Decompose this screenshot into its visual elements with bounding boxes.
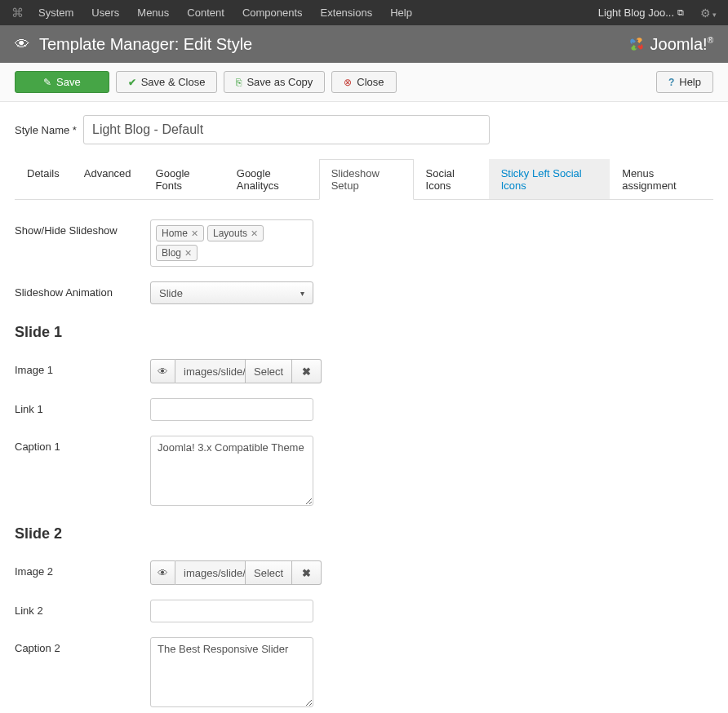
link-input-1[interactable] bbox=[150, 398, 313, 421]
image-label: Image 2 bbox=[15, 560, 150, 578]
style-name-input[interactable] bbox=[83, 115, 490, 144]
settings-gear-icon[interactable]: ⚙▾ bbox=[700, 7, 717, 20]
tab-advanced[interactable]: Advanced bbox=[72, 159, 144, 199]
style-name-label: Style Name * bbox=[15, 124, 83, 136]
media-field-2: 👁 images/slide/sli Select ✖ bbox=[150, 560, 322, 585]
tab-sticky-left-social-icons[interactable]: Sticky Left Social Icons bbox=[489, 159, 610, 199]
link-row-1: Link 1 bbox=[15, 398, 713, 421]
save-close-button[interactable]: ✔ Save & Close bbox=[116, 71, 218, 93]
eye-icon: 👁 bbox=[158, 365, 168, 378]
external-link-icon: ⧉ bbox=[677, 7, 684, 18]
animation-label: Slideshow Animation bbox=[15, 281, 150, 299]
tag-home[interactable]: Home✕ bbox=[156, 225, 204, 241]
preview-button[interactable]: 👁 bbox=[150, 359, 175, 383]
preview-button[interactable]: 👁 bbox=[150, 560, 175, 585]
link-row-2: Link 2 bbox=[15, 600, 713, 622]
image-row-1: Image 1 👁 images/slide/sli Select ✖ bbox=[15, 359, 713, 383]
menu-menus[interactable]: Menus bbox=[137, 7, 169, 19]
animation-row: Slideshow Animation Slide ▾ bbox=[15, 281, 713, 304]
save-copy-button[interactable]: ⎘ Save as Copy bbox=[224, 71, 325, 93]
admin-top-menu: ⌘ System Users Menus Content Components … bbox=[0, 0, 728, 25]
caption-row-1: Caption 1 Joomla! 3.x Compatible Theme bbox=[15, 436, 713, 506]
help-button[interactable]: ? Help bbox=[656, 71, 713, 93]
tag-blog[interactable]: Blog✕ bbox=[156, 245, 198, 261]
tag-layouts[interactable]: Layouts✕ bbox=[207, 225, 264, 241]
remove-tag-icon[interactable]: ✕ bbox=[251, 228, 258, 239]
remove-tag-icon[interactable]: ✕ bbox=[184, 248, 192, 259]
save-label: Save bbox=[56, 76, 81, 88]
save-button[interactable]: ✎ Save bbox=[15, 71, 109, 93]
caption-label: Caption 2 bbox=[15, 637, 150, 654]
show-hide-label: Show/Hide Slideshow bbox=[15, 219, 150, 237]
image-row-2: Image 2 👁 images/slide/sli Select ✖ bbox=[15, 560, 713, 585]
image-path: images/slide/sli bbox=[175, 560, 246, 585]
action-toolbar: ✎ Save ✔ Save & Close ⎘ Save as Copy ⊗ C… bbox=[0, 63, 728, 102]
link-label: Link 1 bbox=[15, 398, 150, 415]
link-label: Link 2 bbox=[15, 600, 150, 617]
menu-content[interactable]: Content bbox=[187, 7, 224, 19]
caption-textarea-2[interactable]: The Best Responsive Slider bbox=[150, 637, 313, 707]
tab-google-analitycs[interactable]: Google Analitycs bbox=[224, 159, 319, 199]
menu-extensions[interactable]: Extensions bbox=[321, 7, 373, 19]
close-icon: ✖ bbox=[302, 567, 311, 579]
save-close-label: Save & Close bbox=[141, 76, 206, 88]
page-header: 👁 Template Manager: Edit Style Joomla!® bbox=[0, 25, 728, 63]
select-image-button[interactable]: Select bbox=[246, 560, 292, 585]
site-link-text: Light Blog Joo... bbox=[598, 7, 674, 19]
joomla-logo-icon bbox=[628, 35, 646, 53]
joomla-icon[interactable]: ⌘ bbox=[11, 6, 24, 20]
caption-label: Caption 1 bbox=[15, 436, 150, 453]
link-input-2[interactable] bbox=[150, 600, 313, 622]
show-hide-row: Show/Hide Slideshow Home✕Layouts✕Blog✕ bbox=[15, 219, 713, 267]
save-copy-label: Save as Copy bbox=[246, 76, 313, 88]
chevron-down-icon: ▾ bbox=[300, 289, 304, 298]
check-icon: ✔ bbox=[128, 77, 136, 88]
style-name-row: Style Name * bbox=[15, 115, 713, 144]
close-icon: ⊗ bbox=[344, 77, 352, 88]
close-icon: ✖ bbox=[302, 365, 311, 378]
page-title: Template Manager: Edit Style bbox=[39, 35, 628, 54]
tab-slideshow-setup[interactable]: Slideshow Setup bbox=[319, 159, 414, 200]
clear-image-button[interactable]: ✖ bbox=[292, 560, 322, 585]
joomla-brand: Joomla!® bbox=[628, 35, 713, 54]
tab-menus-assignment[interactable]: Menus assignment bbox=[610, 159, 713, 199]
caption-row-2: Caption 2 The Best Responsive Slider bbox=[15, 637, 713, 707]
menu-components[interactable]: Components bbox=[242, 7, 303, 19]
menu-help[interactable]: Help bbox=[390, 7, 412, 19]
menu-system[interactable]: System bbox=[38, 7, 73, 19]
select-image-button[interactable]: Select bbox=[246, 359, 292, 383]
eye-icon: 👁 bbox=[158, 567, 168, 579]
help-label: Help bbox=[679, 76, 701, 88]
clear-image-button[interactable]: ✖ bbox=[292, 359, 322, 383]
caption-textarea-1[interactable]: Joomla! 3.x Compatible Theme bbox=[150, 436, 313, 506]
content-area: Style Name * DetailsAdvancedGoogle Fonts… bbox=[0, 102, 728, 713]
site-link[interactable]: Light Blog Joo... ⧉ bbox=[598, 7, 684, 19]
tab-social-icons[interactable]: Social Icons bbox=[414, 159, 489, 199]
pages-tag-box[interactable]: Home✕Layouts✕Blog✕ bbox=[150, 219, 313, 267]
close-button[interactable]: ⊗ Close bbox=[331, 71, 396, 93]
remove-tag-icon[interactable]: ✕ bbox=[191, 228, 198, 239]
tab-google-fonts[interactable]: Google Fonts bbox=[144, 159, 224, 199]
slide-heading-1: Slide 1 bbox=[15, 324, 713, 341]
close-label: Close bbox=[357, 76, 384, 88]
joomla-brand-text: Joomla!® bbox=[650, 35, 713, 54]
eye-icon: 👁 bbox=[15, 36, 29, 53]
animation-select[interactable]: Slide ▾ bbox=[150, 281, 313, 304]
help-icon: ? bbox=[668, 77, 674, 88]
slide-heading-2: Slide 2 bbox=[15, 525, 713, 542]
tabs-nav: DetailsAdvancedGoogle FontsGoogle Analit… bbox=[15, 159, 713, 200]
menu-users[interactable]: Users bbox=[91, 7, 119, 19]
image-label: Image 1 bbox=[15, 359, 150, 376]
animation-value: Slide bbox=[159, 287, 183, 299]
media-field-1: 👁 images/slide/sli Select ✖ bbox=[150, 359, 322, 383]
copy-icon: ⎘ bbox=[236, 77, 242, 88]
image-path: images/slide/sli bbox=[175, 359, 246, 383]
tab-details[interactable]: Details bbox=[15, 159, 72, 199]
save-icon: ✎ bbox=[43, 77, 51, 88]
